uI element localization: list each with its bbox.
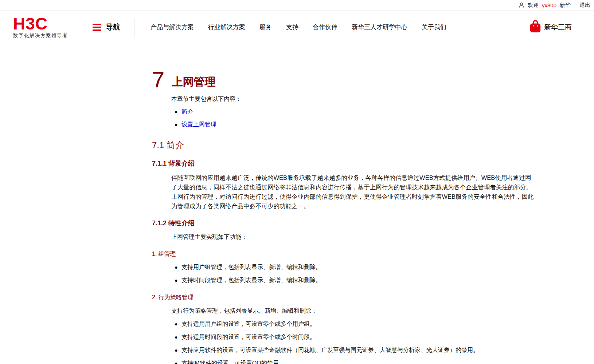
- group-mgmt-heading: 1. 组管理: [152, 250, 594, 258]
- list-item: ● 支持IM软件的设置，可设置QQ的禁用。: [171, 359, 594, 364]
- username: yx800: [542, 2, 556, 8]
- paragraph-line: 了大量的信息，同样不法之徒也通过网络将非法信息和内容进行传播，基于上网行为的管理…: [171, 182, 594, 192]
- header-divider: [134, 18, 134, 37]
- chapter-title: 上网管理: [172, 75, 215, 90]
- store-button[interactable]: 新华三商: [529, 20, 572, 35]
- list-item: ● 支持适用时间段的设置，可设置零个或多个时间段。: [171, 333, 594, 341]
- nav-item-products[interactable]: 产品与解决方案: [151, 23, 194, 31]
- nav-item-services[interactable]: 服务: [259, 23, 272, 31]
- nav-item-industry[interactable]: 行业解决方案: [208, 23, 245, 31]
- header: H3C 数字化解决方案领导者 导航 产品与解决方案 行业解决方案 服务 支持 合…: [0, 11, 594, 44]
- shopping-bag-icon: [529, 20, 541, 35]
- list-item-text: 支持IM软件的设置，可设置QQ的禁用。: [181, 359, 285, 364]
- hamburger-icon: [93, 24, 101, 31]
- section-7-1-1-heading: 7.1.1 背景介绍: [152, 159, 594, 168]
- toc-link-settings[interactable]: 设置上网管理: [181, 120, 216, 128]
- doc-sidebar: [0, 44, 147, 364]
- policy-mgmt-intro: 支持行为策略管理，包括列表显示、新增、编辑和删除：: [171, 307, 594, 315]
- bullet-icon: ●: [171, 333, 181, 341]
- policy-mgmt-list: ● 支持适用用户组的设置，可设置零个或多个用户组。 ● 支持适用时间段的设置，可…: [171, 320, 594, 364]
- main-nav: 产品与解决方案 行业解决方案 服务 支持 合作伙伴 新华三人才研学中心 关于我们: [151, 23, 446, 31]
- group-mgmt-list: ● 支持用户组管理，包括列表显示、新增、编辑和删除。 ● 支持时间段管理，包括列…: [171, 263, 594, 284]
- list-item: ● 简介: [171, 108, 594, 116]
- paragraph-line: 为管理成为了各类网络产品中必不可少的功能之一。: [171, 201, 594, 211]
- doc-content: 7 上网管理 本章节主要包含以下内容： ● 简介 ● 设置上网管理 7.1 简介…: [147, 44, 594, 364]
- nav-item-partners[interactable]: 合作伙伴: [313, 23, 337, 31]
- background-paragraph: 伴随互联网的应用越来越广泛，传统的WEB服务承载了越来越多的业务，各种各样的信息…: [171, 173, 594, 211]
- nav-item-talent-academy[interactable]: 新华三人才研学中心: [352, 23, 407, 31]
- paragraph-line: 伴随互联网的应用越来越广泛，传统的WEB服务承载了越来越多的业务，各种各样的信息…: [171, 173, 594, 182]
- bullet-icon: ●: [171, 347, 181, 354]
- store-label: 新华三商: [544, 23, 572, 32]
- list-item-text: 支持时间段管理，包括列表显示、新增、编辑和删除。: [181, 276, 321, 284]
- list-item-text: 支持适用时间段的设置，可设置零个或多个时间段。: [181, 333, 316, 341]
- user-icon: [519, 2, 524, 8]
- list-item-text: 支持适用用户组的设置，可设置零个或多个用户组。: [181, 320, 316, 328]
- chapter-number: 7: [152, 69, 164, 91]
- chapter-toc: ● 简介 ● 设置上网管理: [171, 108, 594, 128]
- nav-toggle-label: 导航: [106, 22, 120, 32]
- list-item: ● 支持用户组管理，包括列表显示、新增、编辑和删除。: [171, 263, 594, 271]
- nav-item-about[interactable]: 关于我们: [422, 23, 446, 31]
- features-intro: 上网管理主要实现如下功能：: [171, 233, 594, 241]
- company-link[interactable]: 新华三: [560, 2, 576, 9]
- bullet-icon: ●: [171, 121, 181, 128]
- h3c-logo[interactable]: H3C 数字化解决方案领导者: [13, 16, 68, 39]
- bullet-icon: ●: [171, 320, 181, 328]
- list-item: ● 支持适用用户组的设置，可设置零个或多个用户组。: [171, 320, 594, 328]
- nav-item-support[interactable]: 支持: [286, 23, 298, 31]
- h3c-logo-word: H3C: [13, 16, 68, 32]
- chapter-intro: 本章节主要包含以下内容：: [171, 95, 594, 103]
- bullet-icon: ●: [171, 360, 181, 364]
- welcome-label: 欢迎: [528, 2, 539, 9]
- chapter-heading: 7 上网管理: [152, 69, 594, 91]
- logout-link[interactable]: 退出: [579, 2, 590, 9]
- list-item: ● 支持时间段管理，包括列表显示、新增、编辑和删除。: [171, 276, 594, 284]
- list-item-text: 支持应用软件的设置，可设置某些金融软件（同花顺、广发至强与国元证券、大智慧与分析…: [181, 346, 479, 354]
- bullet-icon: ●: [171, 108, 181, 116]
- logo-tagline: 数字化解决方案领导者: [13, 32, 68, 39]
- list-item: ● 支持应用软件的设置，可设置某些金融软件（同花顺、广发至强与国元证券、大智慧与…: [171, 346, 594, 354]
- policy-mgmt-heading: 2. 行为策略管理: [152, 294, 594, 301]
- bullet-icon: ●: [171, 277, 181, 284]
- section-7-1-heading: 7.1 简介: [152, 139, 594, 151]
- list-item-text: 支持用户组管理，包括列表显示、新增、编辑和删除。: [181, 263, 321, 271]
- list-item: ● 设置上网管理: [171, 120, 594, 128]
- topbar: 欢迎 yx800 新华三 退出: [0, 0, 594, 11]
- bullet-icon: ●: [171, 264, 181, 271]
- main-area: 7 上网管理 本章节主要包含以下内容： ● 简介 ● 设置上网管理 7.1 简介…: [0, 44, 594, 364]
- paragraph-line: 上网行为的管理，对访问行为进行过滤，使得企业内部的信息得到保护，更使得企业管理者…: [171, 192, 594, 201]
- toc-link-intro[interactable]: 简介: [181, 108, 193, 115]
- section-7-1-2-heading: 7.1.2 特性介绍: [152, 219, 594, 228]
- nav-toggle-button[interactable]: 导航: [93, 22, 120, 32]
